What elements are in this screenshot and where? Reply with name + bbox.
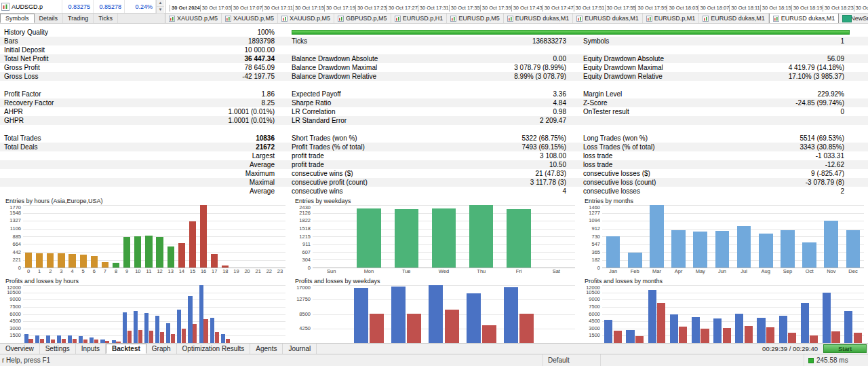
chart-icon bbox=[703, 16, 709, 22]
stat-value: 56.09 bbox=[739, 54, 844, 63]
chart-body: 1460127710949127305473651820 bbox=[585, 205, 864, 268]
tester-tab-agents[interactable]: Agents bbox=[250, 344, 283, 354]
bar bbox=[113, 263, 119, 268]
tester-tab-settings[interactable]: Settings bbox=[40, 344, 76, 354]
chart-icon bbox=[646, 16, 652, 22]
profit-bar bbox=[504, 287, 518, 343]
y-tick-label: 1548 bbox=[9, 211, 21, 216]
chart-tab-label: NewSmartMoney_2.27_beta2 bbox=[850, 15, 868, 22]
chart-tab[interactable]: EURUSD dukas,M1 bbox=[573, 14, 643, 23]
scroll-down-icon[interactable]: ▼ bbox=[157, 7, 164, 14]
stat-value: 1 bbox=[739, 37, 844, 45]
stat-label: loss trade bbox=[566, 160, 739, 169]
left-tab-symbols[interactable]: Symbols bbox=[0, 14, 35, 23]
stat-label: Long Trades (won %) bbox=[566, 134, 739, 143]
stat-value bbox=[739, 116, 844, 125]
history-quality-bar bbox=[292, 30, 850, 35]
chart-title: Profits and losses by months bbox=[585, 277, 864, 285]
stat-value bbox=[739, 45, 844, 54]
stat-value: 4.84 bbox=[448, 98, 566, 107]
chart-tab[interactable]: XAUUSD.p,M5 bbox=[165, 14, 222, 23]
left-tab-trading[interactable]: Trading bbox=[63, 14, 94, 23]
left-tab-details[interactable]: Details bbox=[35, 14, 64, 23]
x-tick-label: 17 bbox=[209, 268, 220, 276]
y-tick-label: 1500 bbox=[589, 333, 600, 338]
chart-icon bbox=[507, 16, 513, 22]
stat-value: 4 bbox=[448, 187, 566, 196]
gridline bbox=[602, 205, 864, 206]
stat-value: 7493 (69.15%) bbox=[448, 143, 566, 151]
profit-bar bbox=[801, 303, 809, 344]
loss-bar bbox=[519, 314, 534, 343]
profit-bar bbox=[35, 335, 39, 343]
tester-tab-inputs[interactable]: Inputs bbox=[76, 344, 106, 354]
chart-title: Entries by hours (Asia,Europe,USA) bbox=[5, 197, 285, 205]
x-tick-label: Sun bbox=[313, 268, 350, 276]
tester-tab-graph[interactable]: Graph bbox=[146, 344, 177, 354]
chart-tab[interactable]: EURUSD dukas,M1 bbox=[699, 14, 769, 23]
tester-tab-overview[interactable]: Overview bbox=[0, 344, 40, 354]
chart-tab[interactable]: EURUSD.p,M1 bbox=[643, 14, 700, 23]
stats-row: Averageprofit trade10.50loss trade-12.62 bbox=[0, 160, 868, 169]
y-tick-label: 607 bbox=[302, 250, 311, 255]
stat-value: -3 078.79 (8) bbox=[739, 178, 844, 187]
stats-row: Averageconsecutive wins4consecutive loss… bbox=[0, 187, 868, 196]
left-tab-ticks[interactable]: Ticks bbox=[94, 14, 118, 23]
stat-label: Profit Factor bbox=[0, 90, 139, 98]
stats-row: Maximumconsecutive wins ($)21 (47.83)con… bbox=[0, 169, 868, 178]
stat-label bbox=[0, 151, 139, 160]
profit-bar bbox=[670, 314, 678, 343]
profile-name[interactable]: Default bbox=[542, 354, 600, 366]
x-tick-label: Jan bbox=[602, 268, 624, 276]
stat-value: 5514 (69.53%) bbox=[739, 134, 844, 143]
scroll-up-icon[interactable]: ▲ bbox=[157, 0, 164, 7]
gridline bbox=[23, 252, 285, 253]
x-tick-label: 9 bbox=[121, 268, 132, 276]
y-tick-label: 0 bbox=[597, 266, 600, 271]
stat-label: Ticks bbox=[275, 37, 448, 45]
symbol-name[interactable]: AUDSGD.p bbox=[9, 0, 62, 13]
x-tick-label: Sat bbox=[538, 268, 575, 276]
stats-row: Gross Profit78 645.09Balance Drawdown Ma… bbox=[0, 63, 868, 72]
stat-label: Symbols bbox=[566, 37, 739, 45]
gridline bbox=[313, 329, 575, 329]
mt5-strategy-tester-window: AUDSGD.p 0.83275 0.85278 0.24% ▲ ▼ 30 Oc… bbox=[0, 0, 868, 366]
profit-bar bbox=[648, 290, 656, 343]
chart-pl-by-hours: Profits and losses by hours1200010500900… bbox=[0, 276, 290, 343]
bar bbox=[36, 253, 43, 268]
bar bbox=[671, 230, 686, 268]
bar bbox=[715, 231, 730, 268]
loss-bar bbox=[745, 326, 753, 344]
stat-label: Loss Trades (% of total) bbox=[566, 143, 739, 151]
chart-tab[interactable]: EURUSD dukas,M1 bbox=[769, 14, 840, 23]
market-watch-scrollbar[interactable]: ▲ ▼ bbox=[156, 0, 164, 13]
chart-icon bbox=[281, 16, 288, 22]
stat-value: 0.00 bbox=[448, 54, 566, 63]
chart-tab[interactable]: EURUSD.p,M5 bbox=[447, 14, 504, 23]
gridline bbox=[23, 244, 285, 244]
status-bar: r Help, press F1 Default 245.58 ms bbox=[0, 354, 868, 366]
y-tick-label: 304 bbox=[302, 257, 311, 263]
chart-tab[interactable]: EURUSD dukas,M1 bbox=[504, 14, 574, 23]
x-tick-label: 2 bbox=[45, 268, 56, 276]
time-axis-label: 30 Oct 17:51 bbox=[574, 5, 605, 12]
tester-tab-backtest[interactable]: Backtest bbox=[106, 344, 146, 354]
chart-tab-label: EURUSD dukas,M1 bbox=[781, 15, 835, 22]
chart-tab[interactable]: GBPUSD.p,M5 bbox=[334, 14, 391, 23]
start-button[interactable]: Start bbox=[823, 344, 867, 353]
stat-value: 3343 (30.85%) bbox=[739, 143, 844, 151]
chart-tab[interactable]: XAUUSD.p,M5 bbox=[278, 14, 334, 23]
chart-tab[interactable]: XAUUSD.p,M5 bbox=[222, 14, 278, 23]
chart-title: Profits and losses by weekdays bbox=[295, 277, 575, 285]
chart-tab[interactable]: EURUSD.p,H1 bbox=[391, 14, 448, 23]
x-tick-label: 11 bbox=[143, 268, 154, 276]
profit-bar bbox=[199, 285, 203, 343]
tester-tab-journal[interactable]: Journal bbox=[283, 344, 317, 354]
y-tick-label: 547 bbox=[591, 242, 600, 247]
time-axis-label: 30 Oct 18:15 bbox=[760, 5, 791, 12]
y-tick-label: 221 bbox=[12, 257, 21, 263]
tester-tab-optimization-results[interactable]: Optimization Results bbox=[177, 344, 251, 354]
stat-label: loss trade bbox=[566, 151, 739, 160]
stat-value: 2 bbox=[739, 187, 844, 196]
connection-status: 245.58 ms bbox=[804, 354, 868, 366]
